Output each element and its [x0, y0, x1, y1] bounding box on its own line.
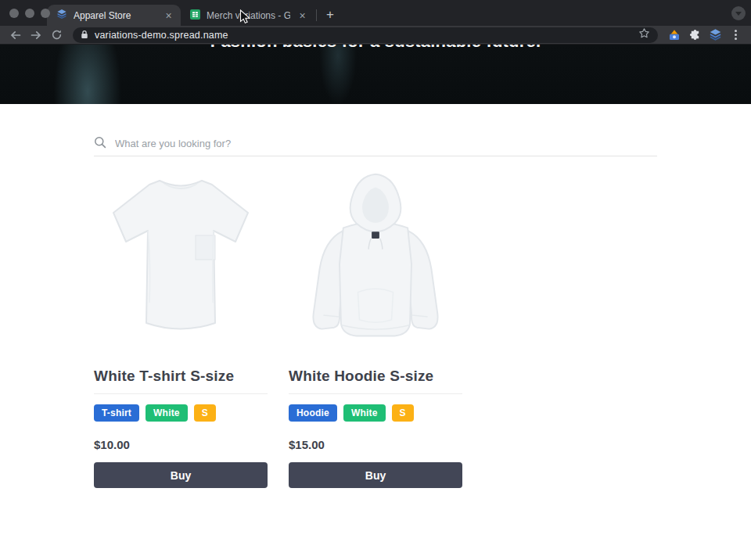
tab-title: Merch variations - Google She [207, 10, 290, 21]
stack-favicon-icon [56, 9, 67, 22]
product-tags: Hoodie White S [289, 404, 462, 422]
buy-button-tshirt[interactable]: Buy [94, 462, 268, 488]
buy-button-hoodie[interactable]: Buy [289, 462, 462, 488]
tab-close-icon[interactable]: × [296, 10, 308, 21]
product-tags: T-shirt White S [94, 404, 268, 422]
product-image-hoodie [289, 168, 462, 352]
new-tab-button[interactable]: + [320, 8, 340, 21]
extensions-puzzle-icon[interactable] [686, 27, 703, 43]
product-title: White T-shirt S-size [94, 367, 268, 385]
window-zoom-button[interactable] [41, 9, 50, 18]
search-icon [94, 136, 106, 152]
reload-button[interactable] [48, 27, 65, 43]
search-input[interactable] [115, 138, 657, 149]
sheets-favicon-icon [190, 9, 200, 22]
product-image-tshirt [94, 168, 268, 352]
tag-type: Hoodie [289, 404, 337, 422]
search-bar [94, 131, 657, 156]
hero-banner: Fashion basics for a sustainable future. [0, 45, 751, 104]
product-card-tshirt: White T-shirt S-size T-shirt White S $10… [94, 168, 268, 488]
tab-separator [316, 9, 317, 21]
extension-stack-icon[interactable] [706, 27, 724, 43]
store-content: White T-shirt S-size T-shirt White S $10… [0, 104, 751, 488]
tab-google-sheets[interactable]: Merch variations - Google She × [181, 5, 314, 26]
extension-screenshot-icon[interactable] [666, 27, 683, 43]
chevron-down-icon [735, 12, 742, 19]
hoodie-illustration [289, 168, 462, 352]
back-button[interactable] [7, 27, 24, 43]
window-controls[interactable] [9, 9, 50, 18]
window-close-button[interactable] [9, 9, 19, 18]
tshirt-illustration [99, 170, 262, 351]
product-grid: White T-shirt S-size T-shirt White S $10… [94, 168, 657, 488]
tag-color: White [343, 404, 386, 422]
tag-color: White [146, 404, 188, 422]
url-text[interactable]: variations-demo.spread.name [95, 30, 632, 41]
product-price: $15.00 [289, 438, 462, 451]
product-price: $10.00 [94, 438, 268, 451]
tag-size: S [194, 404, 216, 422]
tab-search-button[interactable] [731, 6, 746, 20]
tab-apparel-store[interactable]: Apparel Store × [47, 5, 181, 26]
divider [289, 393, 462, 394]
tabs: Apparel Store × Merch variations - Googl… [47, 5, 340, 26]
tab-title: Apparel Store [74, 10, 156, 21]
forward-button[interactable] [27, 27, 45, 43]
tag-size: S [392, 404, 414, 422]
browser-toolbar: variations-demo.spread.name [0, 26, 751, 45]
lock-icon [81, 28, 88, 42]
browser-menu-icon[interactable] [727, 27, 744, 43]
hero-heading: Fashion basics for a sustainable future. [0, 45, 751, 51]
tag-type: T-shirt [94, 404, 139, 422]
tab-close-icon[interactable]: × [163, 10, 174, 21]
divider [94, 393, 268, 394]
product-title: White Hoodie S-size [289, 367, 462, 385]
address-bar[interactable]: variations-demo.spread.name [73, 27, 658, 43]
window-minimize-button[interactable] [25, 9, 34, 18]
tab-strip: Apparel Store × Merch variations - Googl… [0, 0, 751, 26]
bookmark-star-icon[interactable] [638, 27, 650, 42]
product-card-hoodie: White Hoodie S-size Hoodie White S $15.0… [289, 168, 462, 488]
